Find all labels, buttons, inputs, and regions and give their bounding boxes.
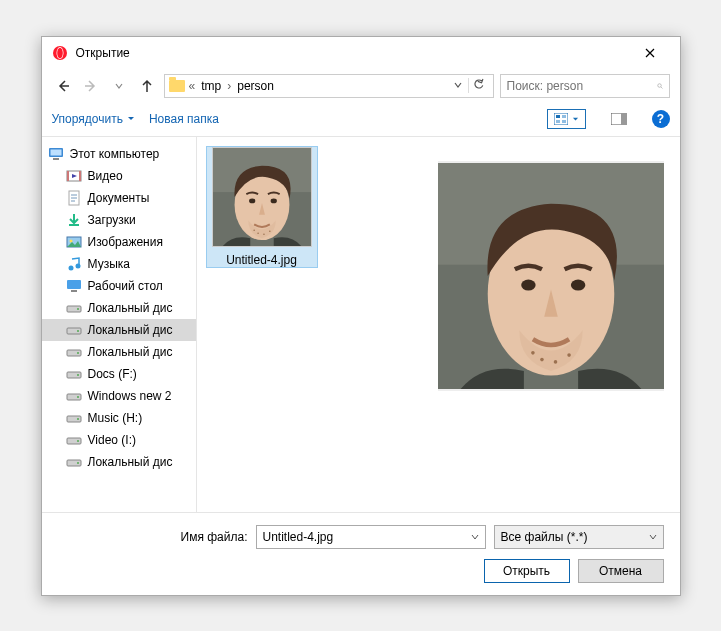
drive-icon	[66, 322, 82, 338]
desktop-icon	[66, 278, 82, 294]
footer: Имя файла: Untitled-4.jpg Все файлы (*.*…	[42, 512, 680, 595]
svg-rect-15	[562, 115, 566, 118]
video-icon	[66, 168, 82, 184]
music-icon	[66, 256, 82, 272]
tree-item[interactable]: Docs (F:)	[42, 363, 196, 385]
recent-button[interactable]	[108, 75, 130, 97]
preview-pane	[430, 137, 680, 512]
file-thumbnail	[212, 147, 312, 247]
svg-point-30	[68, 265, 73, 270]
chevron-right-icon: ›	[227, 79, 231, 93]
open-dialog: Открытие « tmp › person	[41, 36, 681, 596]
file-label: Untitled-4.jpg	[207, 253, 317, 267]
drive-icon	[66, 300, 82, 316]
thumbnails-icon	[554, 113, 568, 125]
file-grid[interactable]: Untitled-4.jpg	[197, 137, 430, 512]
breadcrumb-seg-2[interactable]: person	[235, 77, 276, 95]
chevron-down-icon	[471, 530, 479, 544]
svg-rect-33	[71, 290, 77, 292]
drive-icon	[66, 366, 82, 382]
svg-point-41	[77, 374, 79, 376]
tree-item[interactable]: Music (H:)	[42, 407, 196, 429]
close-button[interactable]	[630, 39, 670, 67]
drive-icon	[66, 454, 82, 470]
filename-combo[interactable]: Untitled-4.jpg	[256, 525, 486, 549]
svg-point-49	[77, 462, 79, 464]
tree-root[interactable]: Этот компьютер	[42, 143, 196, 165]
nav-row: « tmp › person	[42, 69, 680, 103]
new-folder-button[interactable]: Новая папка	[149, 112, 219, 126]
tree-item[interactable]: Изображения	[42, 231, 196, 253]
svg-point-37	[77, 330, 79, 332]
svg-point-47	[77, 440, 79, 442]
chevron-down-icon	[572, 116, 579, 123]
toolbar: Упорядочить Новая папка ?	[42, 103, 680, 137]
tree-item[interactable]: Документы	[42, 187, 196, 209]
svg-point-39	[77, 352, 79, 354]
svg-rect-32	[67, 280, 81, 289]
address-bar[interactable]: « tmp › person	[164, 74, 494, 98]
svg-rect-14	[556, 115, 560, 118]
filename-label: Имя файла:	[181, 530, 248, 544]
breadcrumb-seg-1[interactable]: tmp	[199, 77, 223, 95]
up-button[interactable]	[136, 75, 158, 97]
back-button[interactable]	[52, 75, 74, 97]
filter-combo[interactable]: Все файлы (*.*)	[494, 525, 664, 549]
svg-point-43	[77, 396, 79, 398]
refresh-button[interactable]	[468, 78, 489, 93]
help-button[interactable]: ?	[652, 110, 670, 128]
svg-rect-22	[53, 158, 59, 160]
svg-point-35	[77, 308, 79, 310]
computer-icon	[48, 146, 64, 162]
tree-item[interactable]: Локальный дис	[42, 319, 196, 341]
svg-rect-16	[556, 120, 560, 123]
preview-pane-button[interactable]	[608, 108, 630, 130]
close-icon	[645, 48, 655, 58]
tree-item[interactable]: Видео	[42, 165, 196, 187]
chevron-down-icon	[115, 82, 123, 90]
download-icon	[66, 212, 82, 228]
chevron-down-icon	[127, 115, 135, 123]
svg-rect-17	[562, 120, 566, 123]
nav-tree: Этот компьютер ВидеоДокументыЗагрузкиИзо…	[42, 137, 197, 512]
address-dropdown-icon[interactable]	[450, 78, 466, 93]
arrow-right-icon	[84, 79, 98, 93]
svg-rect-19	[621, 113, 627, 125]
opera-icon	[52, 45, 68, 61]
help-icon: ?	[657, 112, 664, 126]
tree-item[interactable]: Локальный дис	[42, 451, 196, 473]
drive-icon	[66, 344, 82, 360]
tree-item[interactable]: Загрузки	[42, 209, 196, 231]
refresh-icon	[473, 78, 485, 90]
svg-rect-27	[69, 224, 79, 226]
drive-icon	[66, 410, 82, 426]
file-item[interactable]: Untitled-4.jpg	[207, 147, 317, 267]
svg-point-11	[57, 47, 63, 57]
preview-pane-icon	[611, 113, 627, 125]
image-icon	[66, 234, 82, 250]
drive-icon	[66, 388, 82, 404]
cancel-button[interactable]: Отмена	[578, 559, 664, 583]
tree-item[interactable]: Windows new 2	[42, 385, 196, 407]
preview-image	[438, 161, 664, 391]
arrow-up-icon	[140, 79, 154, 93]
dialog-title: Открытие	[76, 46, 630, 60]
tree-item[interactable]: Локальный дис	[42, 297, 196, 319]
dialog-body: Этот компьютер ВидеоДокументыЗагрузкиИзо…	[42, 137, 680, 512]
forward-button[interactable]	[80, 75, 102, 97]
chevron-down-icon	[649, 530, 657, 544]
svg-point-12	[657, 83, 661, 87]
chevron-right-icon: «	[189, 79, 196, 93]
svg-rect-21	[50, 149, 61, 155]
tree-item[interactable]: Video (I:)	[42, 429, 196, 451]
search-box[interactable]	[500, 74, 670, 98]
organize-button[interactable]: Упорядочить	[52, 112, 135, 126]
tree-item[interactable]: Локальный дис	[42, 341, 196, 363]
doc-icon	[66, 190, 82, 206]
svg-rect-24	[67, 171, 69, 181]
open-button[interactable]: Открыть	[484, 559, 570, 583]
tree-item[interactable]: Рабочий стол	[42, 275, 196, 297]
view-mode-button[interactable]	[547, 109, 586, 129]
search-input[interactable]	[507, 79, 657, 93]
tree-item[interactable]: Музыка	[42, 253, 196, 275]
